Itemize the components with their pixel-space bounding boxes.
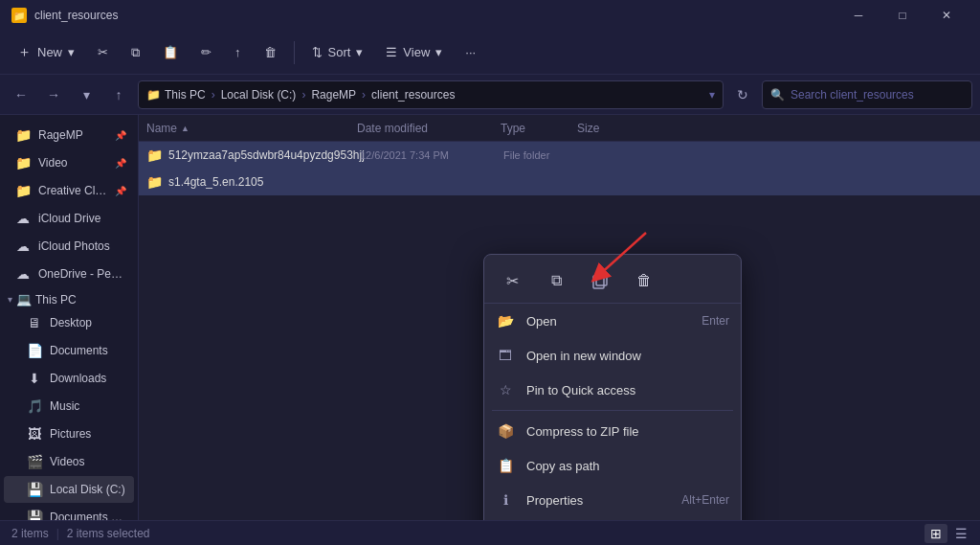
sidebar-item-icloud-drive[interactable]: ☁ iCloud Drive bbox=[4, 205, 134, 232]
sidebar-group-this-pc[interactable]: ▾ 💻 This PC bbox=[0, 288, 138, 308]
sidebar-item-local-disk[interactable]: 💾 Local Disk (C:) bbox=[4, 476, 134, 503]
ctx-copy-button[interactable]: ⧉ bbox=[540, 264, 572, 297]
more-label: ··· bbox=[465, 45, 476, 59]
videos-icon: 🎬 bbox=[27, 454, 42, 469]
file-date-1: 12/6/2021 7:34 PM bbox=[360, 149, 503, 161]
pictures-icon: 🖼 bbox=[27, 426, 42, 442]
new-icon: ＋ bbox=[17, 43, 32, 61]
recent-button[interactable]: ▾ bbox=[73, 81, 100, 108]
rename-icon: ✏ bbox=[201, 45, 212, 59]
share-icon: ↑ bbox=[234, 45, 241, 59]
share-button[interactable]: ↑ bbox=[225, 36, 251, 69]
main-area: 📁 RageMP 📌 📁 Video 📌 📁 Creative Cloud F … bbox=[0, 115, 980, 520]
file-row-2[interactable]: 📁 s1.4gta_5.en.2105 bbox=[139, 169, 980, 195]
sidebar-item-icloud-photos[interactable]: ☁ iCloud Photos bbox=[4, 233, 134, 260]
col-size-header[interactable]: Size bbox=[577, 122, 654, 135]
folder-icon: 📁 bbox=[146, 148, 163, 163]
view-label: View bbox=[403, 45, 430, 59]
breadcrumb-local-disk[interactable]: Local Disk (C:) bbox=[221, 88, 297, 102]
sidebar-item-music[interactable]: 🎵 Music bbox=[4, 393, 134, 420]
close-button[interactable]: ✕ bbox=[924, 0, 969, 31]
downloads-icon: ⬇ bbox=[27, 371, 42, 386]
context-menu-toolbar: ✂ ⧉ 🗑 bbox=[484, 259, 741, 304]
delete-button[interactable]: 🗑 bbox=[255, 36, 286, 69]
sidebar-item-videos[interactable]: 🎬 Videos bbox=[4, 448, 134, 475]
cut-button[interactable]: ✂ bbox=[88, 36, 118, 69]
desktop-icon: 🖥 bbox=[27, 315, 42, 330]
search-placeholder: Search client_resources bbox=[791, 88, 914, 102]
new-button[interactable]: ＋ New ▾ bbox=[8, 36, 84, 69]
ctx-open-label: Open bbox=[526, 314, 690, 329]
open-icon: 📂 bbox=[496, 311, 515, 330]
more-button[interactable]: ··· bbox=[456, 36, 485, 69]
ctx-cut-button[interactable]: ✂ bbox=[496, 264, 528, 297]
sort-arrow-icon: ▲ bbox=[181, 124, 189, 133]
paste-button[interactable]: 📋 bbox=[153, 36, 188, 69]
list-view-button[interactable]: ☰ bbox=[949, 524, 972, 543]
paste-icon: 📋 bbox=[163, 45, 178, 59]
sidebar-item-documents-d[interactable]: 💾 Documents (D: bbox=[4, 504, 134, 520]
properties-icon: ℹ bbox=[496, 490, 515, 510]
pin-icon: 📌 bbox=[115, 158, 126, 169]
delete-icon: 🗑 bbox=[264, 45, 277, 59]
file-row-1[interactable]: 📁 512ymzaa7ap5sdwbr84u4pyzdg953hjj 12/6/… bbox=[139, 142, 980, 169]
music-icon: 🎵 bbox=[27, 398, 42, 414]
toolbar-separator bbox=[294, 41, 295, 64]
rename-button[interactable]: ✏ bbox=[191, 36, 221, 69]
breadcrumb[interactable]: 📁 This PC › Local Disk (C:) › RageMP › c… bbox=[138, 80, 724, 109]
sidebar: 📁 RageMP 📌 📁 Video 📌 📁 Creative Cloud F … bbox=[0, 115, 139, 520]
documents-icon: 📄 bbox=[27, 343, 42, 358]
ctx-open[interactable]: 📂 Open Enter bbox=[484, 304, 741, 338]
sidebar-item-ragemp[interactable]: 📁 RageMP 📌 bbox=[4, 122, 134, 148]
svg-rect-2 bbox=[596, 273, 607, 285]
col-type-header[interactable]: Type bbox=[501, 122, 577, 135]
forward-button[interactable]: → bbox=[40, 81, 67, 108]
ctx-paste-copy-button[interactable] bbox=[584, 264, 616, 297]
breadcrumb-this-pc[interactable]: This PC bbox=[165, 88, 206, 102]
back-button[interactable]: ← bbox=[8, 81, 34, 108]
pin-icon: 📌 bbox=[115, 130, 126, 141]
sidebar-item-desktop[interactable]: 🖥 Desktop bbox=[4, 309, 134, 336]
ctx-delete-button[interactable]: 🗑 bbox=[628, 264, 660, 297]
cloud-icon: ☁ bbox=[15, 238, 31, 254]
up-button[interactable]: ↑ bbox=[105, 81, 132, 108]
ctx-copy-as-path[interactable]: 📋 Copy as path bbox=[484, 448, 741, 483]
folder-icon: 📁 bbox=[146, 174, 163, 190]
ctx-compress-zip[interactable]: 📦 Compress to ZIP file bbox=[484, 414, 741, 448]
sidebar-item-video[interactable]: 📁 Video 📌 bbox=[4, 149, 134, 176]
cloud-icon: ☁ bbox=[15, 211, 31, 226]
ctx-open-new-window[interactable]: 🗔 Open in new window bbox=[484, 338, 741, 373]
grid-view-button[interactable]: ⊞ bbox=[924, 524, 947, 543]
selected-count: 2 items selected bbox=[67, 527, 150, 540]
ctx-compress-label: Compress to ZIP file bbox=[526, 424, 729, 439]
copy-button[interactable]: ⧉ bbox=[122, 36, 149, 69]
sidebar-item-pictures[interactable]: 🖼 Pictures bbox=[4, 420, 134, 447]
ctx-pin-quick-access[interactable]: ☆ Pin to Quick access bbox=[484, 373, 741, 407]
toolbar: ＋ New ▾ ✂ ⧉ 📋 ✏ ↑ 🗑 ⇅ Sort ▾ ☰ View ▾ ··… bbox=[0, 31, 980, 75]
folder-icon: 📁 bbox=[15, 183, 31, 198]
breadcrumb-ragemp[interactable]: RageMP bbox=[311, 88, 356, 102]
sidebar-item-documents[interactable]: 📄 Documents bbox=[4, 337, 134, 364]
refresh-button[interactable]: ↻ bbox=[729, 81, 756, 108]
sort-icon: ⇅ bbox=[312, 45, 323, 59]
sort-button[interactable]: ⇅ Sort ▾ bbox=[302, 36, 373, 69]
col-date-header[interactable]: Date modified bbox=[357, 122, 501, 135]
view-button[interactable]: ☰ View ▾ bbox=[376, 36, 452, 69]
window-controls: ─ □ ✕ bbox=[836, 0, 969, 31]
sort-dropdown-icon: ▾ bbox=[356, 45, 363, 59]
ctx-properties[interactable]: ℹ Properties Alt+Enter bbox=[484, 483, 741, 517]
file-type-1: File folder bbox=[503, 149, 580, 161]
file-list-header: Name ▲ Date modified Type Size bbox=[139, 115, 980, 142]
search-bar[interactable]: 🔍 Search client_resources bbox=[762, 80, 972, 109]
col-name-header[interactable]: Name ▲ bbox=[146, 122, 357, 135]
ctx-properties-label: Properties bbox=[526, 493, 670, 508]
sidebar-item-downloads[interactable]: ⬇ Downloads bbox=[4, 365, 134, 392]
breadcrumb-client-resources[interactable]: client_resources bbox=[371, 88, 455, 102]
maximize-button[interactable]: □ bbox=[880, 0, 924, 31]
sidebar-item-creative-cloud[interactable]: 📁 Creative Cloud F 📌 bbox=[4, 177, 134, 204]
pin-icon: ☆ bbox=[496, 380, 515, 399]
sidebar-item-onedrive[interactable]: ☁ OneDrive - Perso bbox=[4, 261, 134, 287]
ctx-copy-path-label: Copy as path bbox=[526, 459, 729, 473]
breadcrumb-expand[interactable]: ▾ bbox=[709, 88, 715, 102]
minimize-button[interactable]: ─ bbox=[836, 0, 880, 31]
